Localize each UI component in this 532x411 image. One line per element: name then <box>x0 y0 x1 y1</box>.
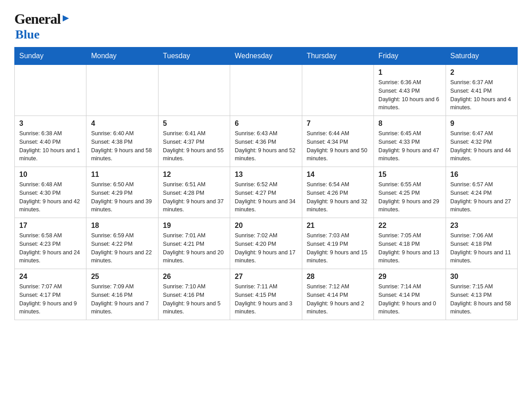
calendar-cell <box>230 65 302 116</box>
day-number: 23 <box>450 222 513 230</box>
day-info: Sunrise: 6:48 AMSunset: 4:30 PMDaylight:… <box>19 180 82 214</box>
calendar-cell: 2Sunrise: 6:37 AMSunset: 4:41 PMDaylight… <box>446 65 517 116</box>
calendar-cell: 30Sunrise: 7:15 AMSunset: 4:13 PMDayligh… <box>446 269 517 320</box>
day-number: 2 <box>450 68 513 77</box>
day-info: Sunrise: 6:37 AMSunset: 4:41 PMDaylight:… <box>450 78 513 112</box>
day-info: Sunrise: 6:52 AMSunset: 4:27 PMDaylight:… <box>235 180 297 214</box>
calendar-cell: 23Sunrise: 7:06 AMSunset: 4:18 PMDayligh… <box>446 218 517 269</box>
day-info: Sunrise: 6:59 AMSunset: 4:22 PMDaylight:… <box>91 231 153 265</box>
calendar-cell: 4Sunrise: 6:40 AMSunset: 4:38 PMDaylight… <box>86 116 158 167</box>
calendar-week-5: 24Sunrise: 7:07 AMSunset: 4:17 PMDayligh… <box>15 269 518 320</box>
calendar-cell: 15Sunrise: 6:55 AMSunset: 4:25 PMDayligh… <box>374 167 446 218</box>
day-number: 30 <box>450 273 513 281</box>
calendar-cell <box>302 65 373 116</box>
day-number: 3 <box>19 120 82 128</box>
day-number: 19 <box>163 222 225 230</box>
weekday-header-friday: Friday <box>374 47 446 65</box>
day-info: Sunrise: 6:41 AMSunset: 4:37 PMDaylight:… <box>163 129 225 163</box>
calendar-cell <box>86 65 158 116</box>
day-number: 16 <box>450 171 513 179</box>
weekday-header-wednesday: Wednesday <box>230 47 302 65</box>
day-info: Sunrise: 7:14 AMSunset: 4:14 PMDaylight:… <box>378 283 441 316</box>
calendar-cell: 26Sunrise: 7:10 AMSunset: 4:16 PMDayligh… <box>158 269 230 320</box>
day-number: 14 <box>307 171 369 179</box>
day-number: 17 <box>19 222 82 230</box>
logo-arrow-icon <box>61 13 71 23</box>
svg-marker-0 <box>63 15 69 21</box>
weekday-header-thursday: Thursday <box>302 47 373 65</box>
calendar-table: SundayMondayTuesdayWednesdayThursdayFrid… <box>14 47 518 320</box>
day-number: 21 <box>307 222 369 230</box>
day-number: 26 <box>163 273 225 281</box>
day-info: Sunrise: 6:45 AMSunset: 4:33 PMDaylight:… <box>378 129 441 163</box>
calendar-cell: 20Sunrise: 7:02 AMSunset: 4:20 PMDayligh… <box>230 218 302 269</box>
calendar-cell: 25Sunrise: 7:09 AMSunset: 4:16 PMDayligh… <box>86 269 158 320</box>
calendar-week-3: 10Sunrise: 6:48 AMSunset: 4:30 PMDayligh… <box>15 167 518 218</box>
calendar-cell: 16Sunrise: 6:57 AMSunset: 4:24 PMDayligh… <box>446 167 517 218</box>
day-info: Sunrise: 6:36 AMSunset: 4:43 PMDaylight:… <box>378 78 441 112</box>
calendar-week-4: 17Sunrise: 6:58 AMSunset: 4:23 PMDayligh… <box>15 218 518 269</box>
day-number: 15 <box>378 171 441 179</box>
day-number: 25 <box>91 273 153 281</box>
day-info: Sunrise: 6:58 AMSunset: 4:23 PMDaylight:… <box>19 231 82 265</box>
day-number: 11 <box>91 171 153 179</box>
calendar-cell: 14Sunrise: 6:54 AMSunset: 4:26 PMDayligh… <box>302 167 373 218</box>
logo: General Blue <box>14 11 71 42</box>
calendar-cell: 21Sunrise: 7:03 AMSunset: 4:19 PMDayligh… <box>302 218 373 269</box>
calendar-cell: 11Sunrise: 6:50 AMSunset: 4:29 PMDayligh… <box>86 167 158 218</box>
day-info: Sunrise: 6:54 AMSunset: 4:26 PMDaylight:… <box>307 180 369 214</box>
calendar-cell: 19Sunrise: 7:01 AMSunset: 4:21 PMDayligh… <box>158 218 230 269</box>
day-number: 13 <box>235 171 297 179</box>
day-info: Sunrise: 6:50 AMSunset: 4:29 PMDaylight:… <box>91 180 153 214</box>
day-number: 24 <box>19 273 82 281</box>
day-info: Sunrise: 7:07 AMSunset: 4:17 PMDaylight:… <box>19 283 82 316</box>
calendar-cell: 29Sunrise: 7:14 AMSunset: 4:14 PMDayligh… <box>374 269 446 320</box>
weekday-header-saturday: Saturday <box>446 47 517 65</box>
day-info: Sunrise: 7:10 AMSunset: 4:16 PMDaylight:… <box>163 283 225 316</box>
page-header: General Blue <box>14 11 518 42</box>
day-info: Sunrise: 7:15 AMSunset: 4:13 PMDaylight:… <box>450 283 513 316</box>
calendar-cell: 18Sunrise: 6:59 AMSunset: 4:22 PMDayligh… <box>86 218 158 269</box>
day-info: Sunrise: 6:51 AMSunset: 4:28 PMDaylight:… <box>163 180 225 214</box>
weekday-header-monday: Monday <box>86 47 158 65</box>
day-number: 22 <box>378 222 441 230</box>
day-number: 4 <box>91 120 153 128</box>
day-info: Sunrise: 6:57 AMSunset: 4:24 PMDaylight:… <box>450 180 513 214</box>
calendar-cell: 1Sunrise: 6:36 AMSunset: 4:43 PMDaylight… <box>374 65 446 116</box>
calendar-cell: 8Sunrise: 6:45 AMSunset: 4:33 PMDaylight… <box>374 116 446 167</box>
day-number: 1 <box>378 68 441 77</box>
weekday-header-sunday: Sunday <box>15 47 86 65</box>
calendar-cell: 17Sunrise: 6:58 AMSunset: 4:23 PMDayligh… <box>15 218 86 269</box>
day-info: Sunrise: 7:12 AMSunset: 4:14 PMDaylight:… <box>307 283 369 316</box>
day-info: Sunrise: 7:06 AMSunset: 4:18 PMDaylight:… <box>450 231 513 265</box>
day-info: Sunrise: 7:09 AMSunset: 4:16 PMDaylight:… <box>91 283 153 316</box>
calendar-cell: 28Sunrise: 7:12 AMSunset: 4:14 PMDayligh… <box>302 269 373 320</box>
day-number: 6 <box>235 120 297 128</box>
calendar-body: 1Sunrise: 6:36 AMSunset: 4:43 PMDaylight… <box>15 65 518 320</box>
calendar-cell: 22Sunrise: 7:05 AMSunset: 4:18 PMDayligh… <box>374 218 446 269</box>
day-number: 29 <box>378 273 441 281</box>
day-number: 18 <box>91 222 153 230</box>
day-info: Sunrise: 6:44 AMSunset: 4:34 PMDaylight:… <box>307 129 369 163</box>
day-number: 12 <box>163 171 225 179</box>
calendar-cell: 10Sunrise: 6:48 AMSunset: 4:30 PMDayligh… <box>15 167 86 218</box>
day-info: Sunrise: 6:43 AMSunset: 4:36 PMDaylight:… <box>235 129 297 163</box>
weekday-header-row: SundayMondayTuesdayWednesdayThursdayFrid… <box>15 47 518 65</box>
day-number: 28 <box>307 273 369 281</box>
day-info: Sunrise: 7:05 AMSunset: 4:18 PMDaylight:… <box>378 231 441 265</box>
logo-general-text: General <box>14 11 60 27</box>
day-info: Sunrise: 6:40 AMSunset: 4:38 PMDaylight:… <box>91 129 153 163</box>
day-info: Sunrise: 6:47 AMSunset: 4:32 PMDaylight:… <box>450 129 513 163</box>
calendar-cell: 13Sunrise: 6:52 AMSunset: 4:27 PMDayligh… <box>230 167 302 218</box>
calendar-cell: 3Sunrise: 6:38 AMSunset: 4:40 PMDaylight… <box>15 116 86 167</box>
day-info: Sunrise: 6:55 AMSunset: 4:25 PMDaylight:… <box>378 180 441 214</box>
calendar-cell: 5Sunrise: 6:41 AMSunset: 4:37 PMDaylight… <box>158 116 230 167</box>
calendar-cell: 7Sunrise: 6:44 AMSunset: 4:34 PMDaylight… <box>302 116 373 167</box>
day-number: 9 <box>450 120 513 128</box>
day-number: 20 <box>235 222 297 230</box>
day-number: 5 <box>163 120 225 128</box>
calendar-cell: 27Sunrise: 7:11 AMSunset: 4:15 PMDayligh… <box>230 269 302 320</box>
calendar-cell <box>15 65 86 116</box>
day-info: Sunrise: 6:38 AMSunset: 4:40 PMDaylight:… <box>19 129 82 163</box>
weekday-header-tuesday: Tuesday <box>158 47 230 65</box>
